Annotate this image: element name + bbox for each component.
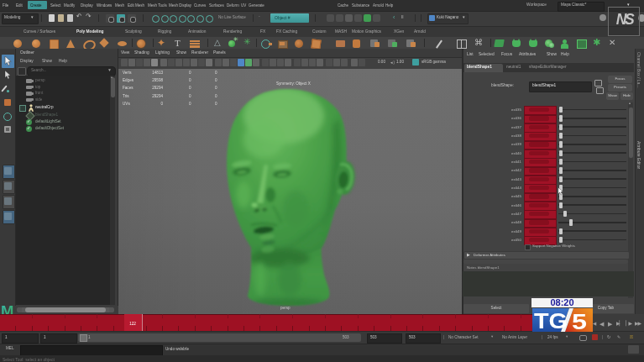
svg-text:TG: TG bbox=[534, 309, 568, 332]
svg-text:5: 5 bbox=[572, 309, 587, 333]
